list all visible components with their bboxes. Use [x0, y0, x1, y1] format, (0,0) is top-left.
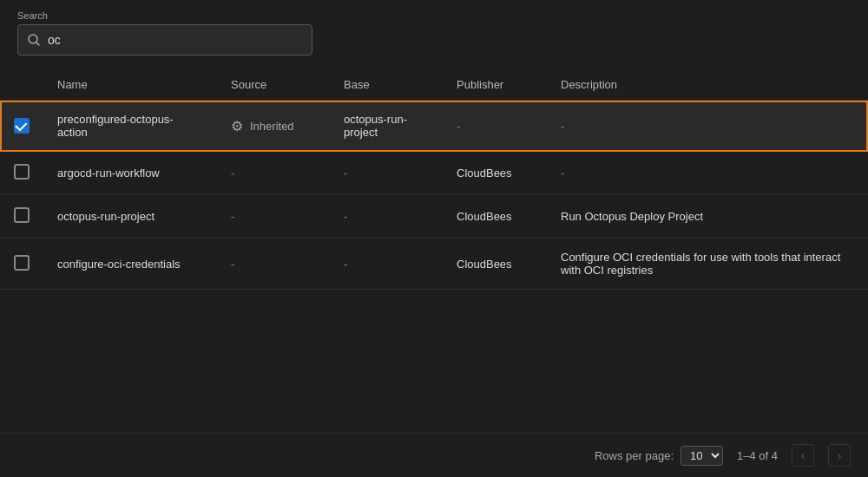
- base-dash: -: [344, 258, 347, 271]
- checkbox[interactable]: [14, 255, 30, 271]
- data-table: Name Source Base Publisher Description p…: [0, 69, 868, 290]
- row-publisher: CloudBees: [443, 238, 547, 290]
- search-icon: [27, 33, 41, 47]
- checkbox[interactable]: [14, 207, 30, 223]
- rows-per-page-label: Rows per page:: [595, 449, 674, 462]
- checkbox[interactable]: [14, 118, 30, 134]
- row-source: -: [217, 195, 330, 238]
- row-checkbox-0[interactable]: [0, 101, 43, 152]
- publisher-dash: -: [457, 120, 460, 133]
- col-header-description: Description: [547, 69, 868, 101]
- col-header-checkbox: [0, 69, 43, 101]
- main-container: Search Name Source Base Publisher Descri…: [0, 0, 868, 477]
- rows-per-page-control: Rows per page: 10 25 50: [595, 446, 723, 466]
- checkbox[interactable]: [14, 164, 30, 180]
- row-checkbox-2[interactable]: [0, 195, 43, 238]
- row-publisher: CloudBees: [443, 152, 547, 195]
- gear-icon: ⚙: [231, 118, 243, 134]
- row-description: Configure OCI credentials for use with t…: [547, 238, 868, 290]
- row-source: -: [217, 152, 330, 195]
- row-base: -: [330, 238, 443, 290]
- col-header-publisher: Publisher: [443, 69, 547, 101]
- search-label: Search: [17, 10, 851, 21]
- prev-page-button[interactable]: ‹: [792, 444, 814, 467]
- table-row[interactable]: preconfigured-octopus-action⚙Inheritedoc…: [0, 101, 868, 152]
- search-input-wrapper: [17, 24, 312, 56]
- row-name: argocd-run-workflow: [43, 152, 217, 195]
- base-dash: -: [344, 167, 347, 180]
- base-dash: -: [344, 210, 347, 223]
- table-header-row: Name Source Base Publisher Description: [0, 69, 868, 101]
- row-checkbox-1[interactable]: [0, 152, 43, 195]
- row-publisher: -: [443, 101, 547, 152]
- desc-dash: -: [561, 120, 564, 133]
- source-dash: -: [231, 167, 234, 180]
- row-base: octopus-run-project: [330, 101, 443, 152]
- row-base: -: [330, 195, 443, 238]
- next-page-button[interactable]: ›: [828, 444, 851, 467]
- col-header-name: Name: [43, 69, 217, 101]
- col-header-base: Base: [330, 69, 443, 101]
- row-name: configure-oci-credentials: [43, 238, 217, 290]
- row-source: -: [217, 238, 330, 290]
- row-base: -: [330, 152, 443, 195]
- table-row[interactable]: octopus-run-project--CloudBeesRun Octopu…: [0, 195, 868, 238]
- table-footer: Rows per page: 10 25 50 1–4 of 4 ‹ ›: [0, 433, 868, 477]
- col-header-source: Source: [217, 69, 330, 101]
- rows-per-page-select[interactable]: 10 25 50: [681, 446, 723, 466]
- inherited-label: Inherited: [250, 120, 294, 133]
- row-checkbox-3[interactable]: [0, 238, 43, 290]
- row-description: Run Octopus Deploy Project: [547, 195, 868, 238]
- row-description: -: [547, 101, 868, 152]
- table-container: Name Source Base Publisher Description p…: [0, 69, 868, 433]
- source-dash: -: [231, 210, 234, 223]
- row-source: ⚙Inherited: [217, 101, 330, 152]
- svg-line-1: [36, 42, 40, 46]
- desc-dash: -: [561, 167, 564, 180]
- source-dash: -: [231, 258, 234, 271]
- row-publisher: CloudBees: [443, 195, 547, 238]
- search-area: Search: [0, 0, 868, 69]
- row-description: -: [547, 152, 868, 195]
- search-input[interactable]: [48, 33, 303, 47]
- pagination-info: 1–4 of 4: [737, 449, 778, 462]
- row-name: octopus-run-project: [43, 195, 217, 238]
- table-row[interactable]: argocd-run-workflow--CloudBees-: [0, 152, 868, 195]
- row-name: preconfigured-octopus-action: [43, 101, 217, 152]
- table-row[interactable]: configure-oci-credentials--CloudBeesConf…: [0, 238, 868, 290]
